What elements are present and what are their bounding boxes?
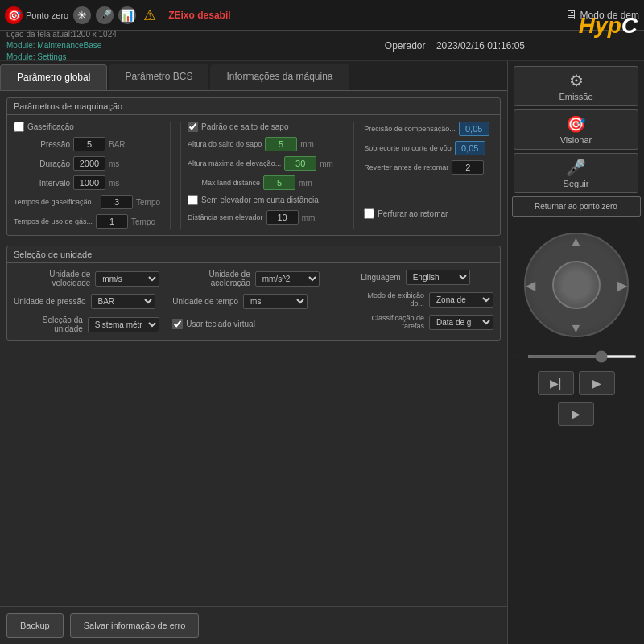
tempo-row: Unidade de tempo ms	[172, 294, 319, 309]
altura-salto-value[interactable]: 5	[265, 137, 297, 151]
velocidade-label: Unidade de velocidade	[14, 270, 90, 287]
sem-elevador-row[interactable]: Sem elevador em curta distância	[188, 195, 344, 205]
pressao-value[interactable]: 5	[73, 137, 105, 151]
play-button-2[interactable]: ▶	[579, 371, 615, 395]
bell-icon[interactable]: ⚠	[141, 6, 159, 24]
aceleracao-label: Unidade de aceleração	[172, 270, 250, 287]
padrao-checkbox[interactable]	[188, 122, 198, 132]
teclado-label: Usar teclado virtual	[186, 320, 255, 328]
sobrecorte-label: Sobrecorte no corte de vôo	[364, 144, 452, 152]
pressao-row: Pressão 5 BAR	[14, 137, 160, 151]
play-row-2: ▶	[558, 402, 594, 426]
logo-text: HypC	[579, 13, 638, 39]
backup-button[interactable]: Backup	[6, 613, 64, 638]
seguir-label: Seguir	[564, 179, 589, 188]
content-spacer	[0, 344, 507, 606]
datetime-text: 2023/02/16 01:16:05	[436, 40, 525, 52]
velocidade-select[interactable]: mm/s	[95, 271, 159, 287]
tempos-uso-unit: Tempo	[131, 217, 155, 226]
slider-row: −	[516, 350, 637, 363]
teclado-checkbox[interactable]	[172, 319, 183, 329]
aceleracao-select[interactable]: mm/s^2	[255, 271, 320, 287]
tempos-uso-value[interactable]: 1	[96, 214, 128, 229]
seguir-icon: 🎤	[566, 158, 586, 177]
tab-informacoes-maquina[interactable]: Informações da máquina	[210, 64, 349, 90]
right-params-col: Precisão de compensação... 0,05 Sobrecor…	[364, 122, 489, 229]
module1-text: Module: MaintenanceBase	[6, 40, 117, 52]
maquinacao-section: Parâmetros de maquinação Gaseificação Pr…	[6, 97, 501, 236]
tab-parametro-global[interactable]: Parâmetro global	[0, 64, 107, 90]
tempos-uso-label: Tempos de uso de gás...	[14, 217, 93, 225]
selecao-select[interactable]: Sistema métri	[88, 317, 160, 332]
intervalo-value[interactable]: 1000	[73, 175, 105, 190]
precisao-label: Precisão de compensação...	[364, 125, 456, 133]
dist-sem-value[interactable]: 10	[266, 210, 299, 225]
speed-slider[interactable]	[527, 355, 637, 358]
tab-parametro-bcs[interactable]: Parâmetro BCS	[109, 64, 208, 90]
operator-label: Operador	[385, 40, 426, 52]
dist-sem-label: Distância sem elevador	[188, 213, 263, 221]
altura-max-unit: mm	[320, 159, 344, 168]
tempos-gas-label: Tempos de gaseificação...	[14, 198, 97, 206]
emissao-button[interactable]: ⚙ Emissão	[514, 66, 638, 106]
aceleracao-row: Unidade de aceleração mm/s^2	[172, 270, 319, 287]
unidade-col1: Unidade de velocidade mm/s Unidade de pr…	[14, 270, 159, 333]
tempo-select[interactable]: ms	[243, 294, 308, 309]
visionar-button[interactable]: 🎯 Visionar	[514, 109, 638, 150]
play-button-3[interactable]: ▶	[558, 402, 594, 426]
left-params-col: Gaseificação Pressão 5 BAR Duração 2000 …	[14, 122, 160, 229]
reverter-row: Reverter antes de retomar 2	[364, 160, 489, 175]
reverter-label: Reverter antes de retomar	[364, 163, 448, 171]
params-grid: Gaseificação Pressão 5 BAR Duração 2000 …	[14, 122, 493, 229]
modo-exibicao-select[interactable]: Zona de	[429, 292, 493, 308]
joystick-background[interactable]: ▲ ▼ ◀ ▶	[524, 233, 629, 337]
perfurar-row[interactable]: Perfurar ao retomar	[364, 208, 489, 219]
right-panel: ⚙ Emissão 🎯 Visionar 🎤 Seguir Returnar a…	[507, 61, 644, 644]
altura-max-label: Altura máxima de elevação...	[188, 159, 281, 167]
intervalo-row: Intervalo 1000 ms	[14, 175, 160, 190]
pressao-unit-select[interactable]: BAR	[91, 294, 155, 309]
gaseificacao-row[interactable]: Gaseificação	[14, 122, 160, 132]
modo-exibicao-row: Modo de exibição do... Zona de	[353, 291, 493, 308]
duracao-value[interactable]: 2000	[73, 156, 105, 171]
salvar-button[interactable]: Salvar informação de erro	[70, 613, 200, 638]
max-land-value[interactable]: 5	[263, 175, 295, 190]
pressao-unit-row: Unidade de pressão BAR	[14, 294, 159, 309]
joystick-left-arrow[interactable]: ◀	[526, 278, 535, 293]
resolution-text: ução da tela atual:1200 x 1024	[6, 29, 117, 40]
visionar-icon: 🎯	[566, 114, 586, 134]
seguir-button[interactable]: 🎤 Seguir	[514, 153, 638, 193]
intervalo-unit: ms	[109, 179, 133, 188]
chart-icon[interactable]: 📊	[118, 6, 136, 24]
altura-max-value[interactable]: 30	[284, 156, 316, 171]
joystick-up-arrow[interactable]: ▲	[570, 234, 583, 249]
perfurar-checkbox[interactable]	[364, 208, 374, 219]
altura-salto-row: Altura do salto do sapo 5 mm	[188, 137, 344, 151]
reverter-value[interactable]: 2	[452, 160, 484, 175]
joystick-down-arrow[interactable]: ▼	[570, 321, 583, 336]
precisao-value[interactable]: 0,05	[459, 122, 489, 136]
padrao-row[interactable]: Padrão de salto de sapo	[188, 122, 344, 132]
sobrecorte-value[interactable]: 0,05	[455, 141, 485, 155]
tabs: Parâmetro global Parâmetro BCS Informaçõ…	[0, 61, 507, 91]
star-icon[interactable]: ✳	[73, 6, 91, 24]
velocidade-row: Unidade de velocidade mm/s	[14, 270, 159, 287]
perfurar-label: Perfurar ao retomar	[378, 209, 448, 218]
classificacao-select[interactable]: Data de g	[429, 315, 493, 330]
pressao-unit-label: Unidade de pressão	[14, 297, 86, 306]
linguagem-row: Linguagem English	[353, 270, 493, 285]
linguagem-select[interactable]: English	[406, 270, 470, 285]
unidade-col2: Unidade de aceleração mm/s^2 Unidade de …	[172, 270, 319, 333]
returnar-button[interactable]: Returnar ao ponto zero	[512, 196, 641, 217]
divider-2	[353, 122, 354, 229]
joystick-right-arrow[interactable]: ▶	[617, 278, 627, 293]
sem-elevador-checkbox[interactable]	[188, 195, 198, 205]
ponto-zero-item[interactable]: 🎯 Ponto zero	[5, 6, 68, 24]
gaseificacao-checkbox[interactable]	[14, 122, 24, 132]
teclado-row[interactable]: Usar teclado virtual	[172, 319, 319, 329]
tempos-gas-value[interactable]: 3	[101, 195, 133, 209]
play-button-1[interactable]: ▶|	[538, 371, 574, 395]
linguagem-label: Linguagem	[353, 273, 401, 282]
duracao-label: Duração	[14, 159, 70, 168]
mic-icon[interactable]: 🎤	[96, 6, 114, 24]
